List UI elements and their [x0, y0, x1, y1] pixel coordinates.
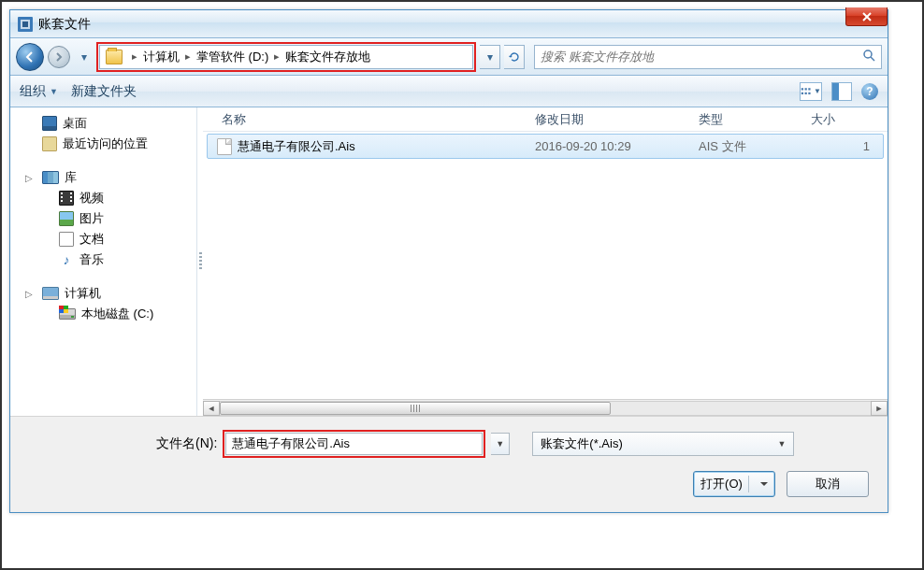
svg-rect-8	[805, 92, 807, 93]
svg-line-3	[871, 57, 874, 61]
scroll-track[interactable]	[220, 401, 871, 416]
column-size[interactable]: 大小	[801, 111, 888, 128]
svg-rect-13	[59, 309, 64, 313]
chevron-down-icon	[760, 482, 768, 486]
nav-forward-button[interactable]	[48, 46, 70, 68]
dialog-footer: 文件名(N): ▼ 账套文件(*.Ais) ▼ 打开(O) 取消	[10, 416, 888, 512]
sidebar-item-library[interactable]: ▷ 库	[10, 167, 196, 188]
folder-icon	[106, 50, 123, 64]
svg-rect-14	[64, 309, 68, 313]
search-icon	[862, 49, 875, 64]
drive-icon	[59, 308, 76, 320]
preview-pane-button[interactable]	[831, 82, 852, 101]
highlight-addressbar: ▸ 计算机 ▸ 掌管软件 (D:) ▸ 账套文件存放地	[96, 42, 476, 72]
search-input[interactable]	[541, 50, 862, 64]
svg-rect-4	[801, 88, 803, 90]
cancel-button[interactable]: 取消	[787, 471, 869, 497]
breadcrumb-sep: ▸	[132, 50, 137, 63]
horizontal-scrollbar[interactable]: ◄ ►	[203, 399, 888, 416]
navbar: ▾ ▸ 计算机 ▸ 掌管软件 (D:) ▸ 账套文件存放地 ▾	[10, 38, 888, 76]
highlight-filename	[223, 430, 485, 458]
new-folder-button[interactable]: 新建文件夹	[71, 83, 137, 100]
address-dropdown[interactable]: ▾	[480, 45, 500, 69]
file-name: 慧通电子有限公司.Ais	[238, 138, 355, 155]
sidebar-item-recent[interactable]: 最近访问的位置	[10, 134, 196, 154]
svg-rect-5	[805, 88, 807, 90]
documents-icon	[59, 232, 74, 247]
file-row[interactable]: 慧通电子有限公司.Ais 2016-09-20 10:29 AIS 文件 1	[207, 134, 884, 159]
svg-rect-9	[808, 92, 810, 93]
file-open-dialog: 账套文件 ▾ ▸ 计算机 ▸ 掌管软件 (D:) ▸	[9, 9, 888, 513]
view-options-button[interactable]: ▼	[800, 82, 822, 101]
file-icon	[217, 138, 232, 155]
filetype-filter[interactable]: 账套文件(*.Ais) ▼	[532, 432, 794, 456]
svg-rect-7	[801, 92, 803, 93]
music-icon: ♪	[59, 252, 74, 267]
organize-button[interactable]: 组织 ▼	[20, 83, 58, 100]
file-size: 1	[801, 139, 883, 153]
filename-input[interactable]	[225, 433, 483, 455]
computer-icon	[42, 287, 59, 300]
library-icon	[42, 171, 59, 184]
sidebar: 桌面 最近访问的位置 ▷ 库 视频 图片	[10, 107, 197, 416]
file-type: AIS 文件	[689, 138, 801, 155]
dialog-body: 桌面 最近访问的位置 ▷ 库 视频 图片	[10, 107, 888, 416]
scroll-left-button[interactable]: ◄	[203, 401, 220, 416]
scroll-thumb[interactable]	[220, 402, 611, 415]
addressbar[interactable]: ▸ 计算机 ▸ 掌管软件 (D:) ▸ 账套文件存放地	[99, 45, 473, 69]
help-button[interactable]: ?	[861, 83, 878, 100]
nav-history-dropdown[interactable]: ▾	[78, 48, 91, 66]
breadcrumb-sep: ▸	[274, 50, 280, 63]
app-icon	[18, 17, 33, 32]
file-pane: 名称 修改日期 类型 大小 慧通电子有限公司.Ais 2016-09-20 10…	[203, 107, 888, 416]
expand-icon[interactable]: ▷	[25, 173, 36, 183]
chevron-down-icon: ▼	[777, 439, 786, 449]
sidebar-item-pictures[interactable]: 图片	[10, 208, 196, 229]
column-modified[interactable]: 修改日期	[526, 111, 689, 128]
file-modified: 2016-09-20 10:29	[526, 139, 689, 153]
sidebar-item-computer[interactable]: ▷ 计算机	[10, 283, 196, 304]
svg-rect-6	[808, 88, 810, 90]
video-icon	[59, 191, 74, 206]
expand-icon[interactable]: ▷	[25, 289, 36, 299]
recent-icon	[42, 136, 57, 151]
titlebar: 账套文件	[10, 10, 888, 38]
toolbar: 组织 ▼ 新建文件夹 ▼ ?	[10, 76, 888, 107]
svg-rect-12	[64, 306, 68, 309]
sidebar-item-music[interactable]: ♪ 音乐	[10, 249, 196, 270]
scroll-right-button[interactable]: ►	[871, 401, 888, 416]
breadcrumb[interactable]: 掌管软件 (D:)	[196, 49, 268, 65]
sidebar-item-documents[interactable]: 文档	[10, 229, 196, 249]
desktop-icon	[42, 116, 57, 131]
file-list: 慧通电子有限公司.Ais 2016-09-20 10:29 AIS 文件 1	[203, 132, 888, 399]
column-headers: 名称 修改日期 类型 大小	[203, 107, 888, 132]
close-button[interactable]	[845, 7, 888, 26]
svg-rect-11	[59, 306, 64, 309]
pictures-icon	[59, 211, 74, 226]
sidebar-item-video[interactable]: 视频	[10, 188, 196, 208]
breadcrumb-sep: ▸	[185, 50, 191, 63]
window-title: 账套文件	[38, 16, 91, 33]
search-box[interactable]	[534, 45, 882, 69]
breadcrumb[interactable]: 账套文件存放地	[285, 49, 370, 65]
refresh-button[interactable]	[504, 45, 525, 69]
sidebar-item-desktop[interactable]: 桌面	[10, 113, 196, 134]
column-name[interactable]: 名称	[203, 111, 526, 128]
svg-rect-1	[22, 21, 28, 27]
chevron-down-icon: ▼	[50, 87, 58, 96]
filename-dropdown[interactable]: ▼	[491, 433, 510, 455]
svg-point-2	[864, 50, 872, 58]
filename-label: 文件名(N):	[156, 435, 217, 452]
open-button[interactable]: 打开(O)	[693, 471, 775, 497]
breadcrumb[interactable]: 计算机	[143, 49, 180, 65]
nav-back-button[interactable]	[16, 43, 44, 71]
column-type[interactable]: 类型	[689, 111, 801, 128]
sidebar-item-drive-c[interactable]: 本地磁盘 (C:)	[10, 304, 196, 324]
